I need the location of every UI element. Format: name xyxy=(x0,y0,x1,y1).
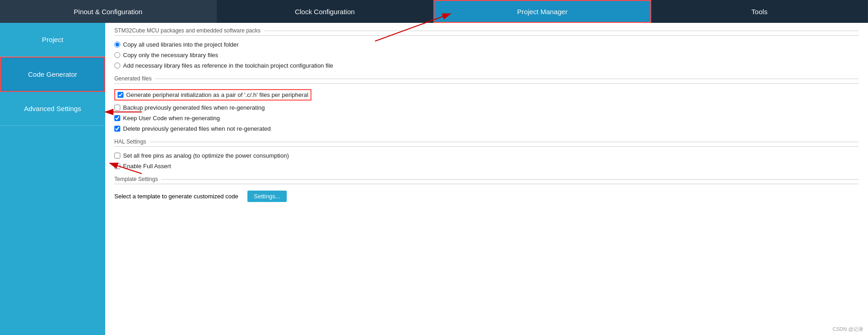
option-copy-all: Copy all used libraries into the project… xyxy=(114,39,859,50)
option-free-pins: Set all free pins as analog (to optimize… xyxy=(114,150,859,161)
hal-section: HAL Settings Set all free pins as analog… xyxy=(114,138,859,171)
template-section: Template Settings Select a template to g… xyxy=(114,176,859,205)
label-keep-user-code: Keep User Code when re-generating xyxy=(123,115,220,122)
generated-files-title: Generated files xyxy=(114,75,859,84)
option-backup-files: Backup previously generated files when r… xyxy=(114,102,859,113)
sidebar: Project Code Generator Advanced Settings xyxy=(0,23,105,335)
radio-copy-necessary[interactable] xyxy=(114,52,120,58)
label-copy-all: Copy all used libraries into the project… xyxy=(123,41,239,48)
template-row: Select a template to generate customized… xyxy=(114,188,859,205)
radio-add-reference[interactable] xyxy=(114,63,120,69)
option-add-reference: Add necessary library files as reference… xyxy=(114,60,859,71)
checkbox-delete-files[interactable] xyxy=(114,126,120,132)
template-label: Select a template to generate customized… xyxy=(114,193,238,200)
sidebar-item-advanced-settings[interactable]: Advanced Settings xyxy=(0,92,105,126)
tab-pinout[interactable]: Pinout & Configuration xyxy=(0,0,217,23)
label-generate-peripheral: Generate peripheral initialization as a … xyxy=(126,91,308,98)
tab-project-manager[interactable]: Project Manager xyxy=(434,0,652,23)
watermark: CSDN @记录 xyxy=(833,326,863,333)
sidebar-item-code-generator[interactable]: Code Generator xyxy=(0,57,105,92)
checkbox-keep-user-code[interactable] xyxy=(114,115,120,121)
content-area: STM32Cube MCU packages and embedded soft… xyxy=(105,23,868,335)
label-add-reference: Add necessary library files as reference… xyxy=(123,62,333,69)
label-copy-necessary: Copy only the necessary library files xyxy=(123,52,218,58)
label-delete-files: Delete previously generated files when n… xyxy=(123,125,271,132)
top-nav: Pinout & Configuration Clock Configurati… xyxy=(0,0,868,23)
checkbox-full-assert[interactable] xyxy=(114,163,120,169)
checkbox-backup-files[interactable] xyxy=(114,105,120,111)
option-keep-user-code: Keep User Code when re-generating xyxy=(114,113,859,123)
sidebar-item-project[interactable]: Project xyxy=(0,23,105,57)
label-backup-files: Backup previously generated files when r… xyxy=(123,104,265,111)
checkbox-generate-peripheral[interactable] xyxy=(118,92,123,98)
tab-tools[interactable]: Tools xyxy=(651,0,868,23)
generated-files-section: Generated files Generate peripheral init… xyxy=(114,75,859,134)
option-delete-files: Delete previously generated files when n… xyxy=(114,123,859,134)
template-section-title: Template Settings xyxy=(114,176,859,184)
option-generate-peripheral: Generate peripheral initialization as a … xyxy=(114,87,859,102)
label-full-assert: Enable Full Assert xyxy=(123,163,171,170)
tab-clock[interactable]: Clock Configuration xyxy=(217,0,434,23)
checkbox-free-pins[interactable] xyxy=(114,153,120,159)
settings-button[interactable]: Settings... xyxy=(247,191,287,202)
highlighted-checkbox-row: Generate peripheral initialization as a … xyxy=(114,89,311,101)
main-layout: Project Code Generator Advanced Settings… xyxy=(0,23,868,335)
radio-copy-all[interactable] xyxy=(114,42,120,48)
mcu-section: STM32Cube MCU packages and embedded soft… xyxy=(114,27,859,71)
option-full-assert: Enable Full Assert xyxy=(114,161,859,171)
option-copy-necessary: Copy only the necessary library files xyxy=(114,50,859,60)
mcu-section-title: STM32Cube MCU packages and embedded soft… xyxy=(114,27,859,36)
hal-section-title: HAL Settings xyxy=(114,138,859,147)
label-free-pins: Set all free pins as analog (to optimize… xyxy=(123,152,289,159)
